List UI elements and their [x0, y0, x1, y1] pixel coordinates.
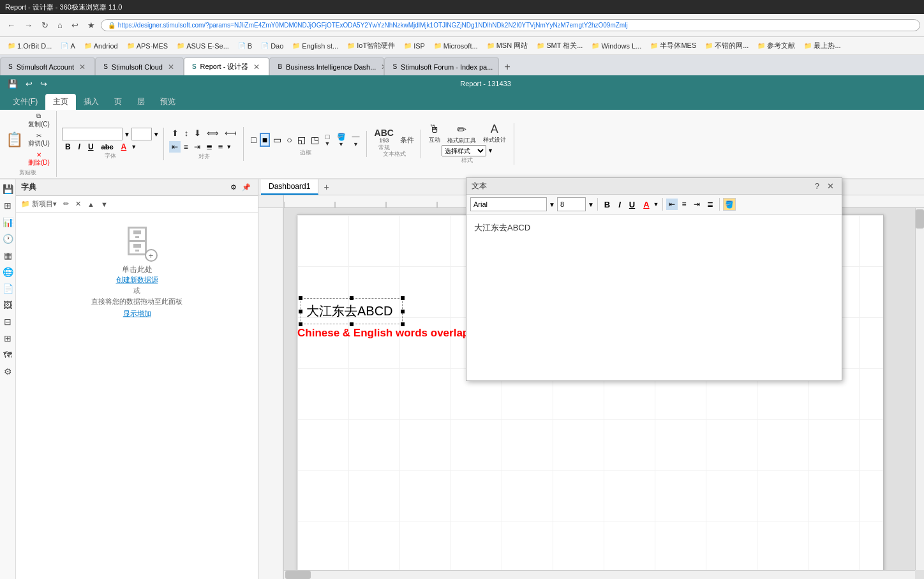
ribbon-tab-insert[interactable]: 插入: [76, 94, 107, 110]
ribbon-tab-page[interactable]: 页: [107, 94, 130, 110]
tab2-close[interactable]: ✕: [167, 63, 175, 71]
sidebar-map-icon[interactable]: 🗺: [1, 348, 15, 362]
ribbon-tab-file[interactable]: 文件(F): [5, 94, 45, 110]
sidebar-table-icon[interactable]: ▦: [1, 248, 15, 262]
canvas-add-tab-button[interactable]: +: [318, 179, 334, 195]
paste-button[interactable]: 📋: [4, 130, 24, 150]
border-style-button[interactable]: □▼: [322, 132, 333, 148]
undo-button[interactable]: ↩: [23, 78, 35, 90]
bookmark-isp[interactable]: 📁ISP: [400, 41, 429, 51]
distribute-v-button[interactable]: ⟻: [222, 127, 239, 139]
fill-color-button[interactable]: 🪣▼: [334, 132, 348, 149]
sidebar-component-icon[interactable]: ⊟: [1, 315, 15, 329]
canvas-selection-box[interactable]: 大江东去ABCD: [301, 298, 403, 324]
shape-ellipse-btn[interactable]: ○: [285, 133, 294, 146]
bookmark-microsoft[interactable]: 📁Microsoft...: [430, 41, 482, 51]
text-format-abc-button[interactable]: ABC 193 常规: [372, 130, 396, 150]
sidebar-settings-icon[interactable]: ⚙: [1, 365, 15, 379]
ribbon-tab-home[interactable]: 主页: [45, 94, 76, 110]
dialog-font-color-button[interactable]: A: [640, 199, 652, 211]
handle-tl[interactable]: [299, 296, 302, 300]
handle-ml[interactable]: [299, 310, 302, 313]
dialog-underline-button[interactable]: U: [626, 199, 638, 211]
ribbon-tab-preview[interactable]: 预览: [153, 94, 183, 110]
style-design-button[interactable]: A 样式设计: [481, 123, 509, 144]
refresh-button[interactable]: ↻: [38, 19, 52, 32]
text-align-justify-button[interactable]: ≣: [204, 141, 215, 153]
sidebar-data-icon[interactable]: ⊞: [1, 331, 15, 345]
bookmark-iot[interactable]: 📁IoT智能硬件: [343, 40, 399, 52]
browser-tab-5[interactable]: S Stimulsoft Forum - Index pa... ✕: [384, 57, 499, 75]
dict-pin-btn[interactable]: 📌: [240, 183, 253, 192]
handle-bl[interactable]: [299, 322, 302, 326]
bookmark-smt[interactable]: 📁SMT 相关...: [533, 40, 586, 52]
font-name-dropdown-arrow[interactable]: ▼: [124, 131, 130, 138]
bookmark-dao[interactable]: 📄Dao: [257, 41, 287, 51]
fav-button[interactable]: ★: [84, 19, 98, 32]
line-spacing-button[interactable]: ≡: [216, 140, 226, 153]
browser-tab-1[interactable]: S Stimulsoft Account ✕: [0, 57, 95, 75]
handle-bm[interactable]: [350, 322, 354, 326]
dialog-help-button[interactable]: ?: [812, 181, 822, 191]
italic-button[interactable]: I: [75, 142, 84, 152]
bookmark-b[interactable]: 📄B: [234, 41, 256, 51]
dict-create-datasource[interactable]: 创建新数据源: [116, 275, 158, 285]
shape-rounded-btn[interactable]: ▭: [271, 133, 283, 146]
text-dialog[interactable]: 文本 ? ✕ ▼ ▼ B I U A ▼ ⇤ ≡: [466, 177, 842, 381]
sidebar-clock-icon[interactable]: 🕐: [1, 232, 15, 246]
tab1-close[interactable]: ✕: [78, 63, 87, 71]
bookmark-asus[interactable]: 📁ASUS E-Se...: [173, 41, 233, 51]
dict-settings-btn[interactable]: ⚙: [228, 183, 239, 192]
dialog-content-area[interactable]: 大江东去ABCD: [466, 214, 842, 380]
dialog-font-color-dropdown[interactable]: ▼: [653, 201, 659, 207]
interactive-button[interactable]: 🖱 互动: [426, 123, 443, 144]
sidebar-save-icon[interactable]: 💾: [1, 182, 15, 196]
copy-button[interactable]: ⧉ 复制(C): [26, 111, 52, 130]
bookmark-good[interactable]: 📁不错的网...: [701, 40, 752, 52]
condition-button[interactable]: 条件: [398, 134, 417, 146]
dialog-align-center-button[interactable]: ≡: [680, 199, 689, 210]
dict-new-item-button[interactable]: 📁 新项目▾: [19, 198, 59, 210]
scrollbar-vertical[interactable]: [915, 208, 924, 570]
dict-down-button[interactable]: ▼: [98, 199, 110, 209]
dialog-font-name-input[interactable]: [470, 197, 547, 211]
style-dropdown-arrow[interactable]: ▼: [488, 147, 493, 154]
text-align-center-button[interactable]: ≡: [181, 141, 191, 153]
handle-tr[interactable]: [401, 296, 405, 300]
sidebar-report-icon[interactable]: 📄: [1, 282, 15, 296]
text-align-right-button[interactable]: ⇥: [191, 141, 203, 153]
style-selector[interactable]: 选择样式: [442, 145, 486, 156]
border-color-button[interactable]: —▼: [350, 131, 362, 149]
bookmark-english[interactable]: 📁English st...: [288, 41, 342, 51]
font-size-input[interactable]: [131, 128, 152, 140]
dialog-highlight-button[interactable]: 🪣: [723, 198, 736, 211]
underline-button[interactable]: U: [85, 142, 97, 152]
dialog-align-left-button[interactable]: ⇤: [666, 199, 678, 210]
align-bottom-button[interactable]: ⬇: [191, 127, 204, 139]
bookmark-andriod[interactable]: 📁Andriod: [80, 41, 122, 51]
dict-up-button[interactable]: ▲: [85, 199, 97, 209]
bookmark-semi[interactable]: 📁半导体MES: [646, 40, 700, 52]
shape-rect-btn[interactable]: □: [249, 133, 258, 146]
handle-tm[interactable]: [350, 296, 354, 300]
font-name-input[interactable]: [62, 128, 123, 140]
scrollbar-horizontal[interactable]: [284, 570, 915, 579]
distribute-h-button[interactable]: ⟺: [204, 127, 221, 139]
new-tab-button[interactable]: +: [499, 59, 515, 75]
sidebar-image-icon[interactable]: 🖼: [1, 298, 15, 312]
bookmark-aps[interactable]: 📁APS-MES: [123, 41, 172, 51]
shape-diag2-btn[interactable]: ◳: [309, 133, 321, 146]
tab3-close[interactable]: ✕: [252, 63, 261, 71]
dict-hint-click[interactable]: 单击此处: [122, 264, 153, 275]
dialog-align-right-button[interactable]: ⇥: [691, 199, 703, 210]
address-bar[interactable]: 🔒 https://designer.stimulsoft.com/?param…: [101, 19, 920, 31]
tab4-close[interactable]: ✕: [380, 63, 384, 71]
dialog-font-size-input[interactable]: [557, 197, 586, 211]
dialog-font-dropdown[interactable]: ▼: [549, 201, 555, 208]
forward-button[interactable]: →: [21, 19, 36, 32]
align-top-button[interactable]: ⬆: [169, 127, 181, 139]
font-color-button[interactable]: A: [118, 142, 130, 152]
browser-tab-2[interactable]: S Stimulsoft Cloud ✕: [95, 57, 184, 75]
dialog-bold-button[interactable]: B: [601, 199, 613, 211]
text-align-left-button[interactable]: ⇤: [169, 141, 181, 153]
